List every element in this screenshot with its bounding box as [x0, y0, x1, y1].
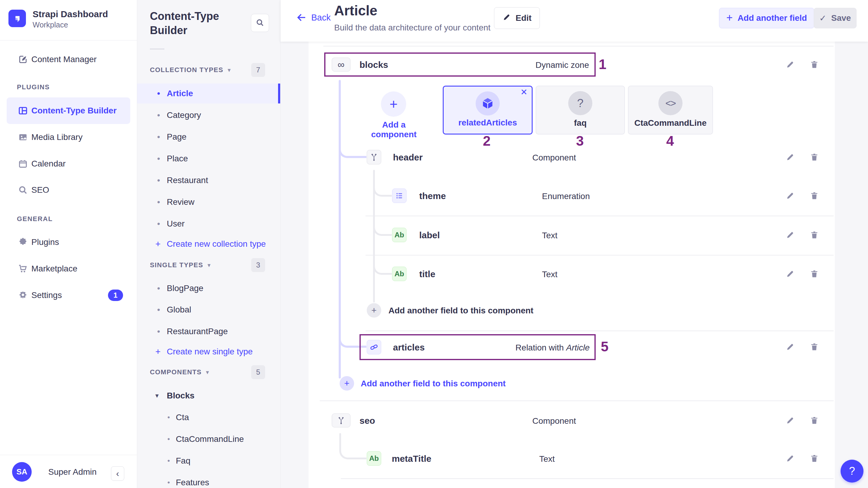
annotation-1: 1: [599, 56, 607, 72]
question-glyph: ?: [577, 97, 583, 110]
component-field-icon: [367, 150, 381, 164]
settings-notification-badge: 1: [108, 289, 123, 301]
calendar-icon: [17, 158, 29, 170]
edit-field-button[interactable]: [783, 452, 797, 465]
component-group-blocks[interactable]: ▾Blocks: [137, 386, 280, 406]
search-button[interactable]: [251, 14, 269, 32]
app-workspace: Workplace: [33, 21, 68, 29]
edit-field-button[interactable]: [783, 151, 797, 164]
edit-button[interactable]: Edit: [494, 7, 540, 29]
delete-field-button[interactable]: [808, 58, 821, 71]
code-icon: <>: [658, 91, 683, 115]
add-component[interactable]: + Add a component: [368, 90, 420, 129]
edit-field-button[interactable]: [783, 189, 797, 202]
close-icon[interactable]: ✕: [521, 87, 527, 97]
collection-type-page[interactable]: •Page: [137, 127, 280, 147]
create-single-type-link[interactable]: +Create new single type: [137, 342, 280, 362]
component-cta[interactable]: •Cta: [137, 407, 280, 427]
edit-field-button[interactable]: [783, 340, 797, 354]
collection-type-label: Place: [167, 154, 188, 163]
collection-type-user[interactable]: •User: [137, 214, 280, 234]
field-type-label: Text: [542, 231, 557, 240]
plus-icon: +: [155, 239, 161, 249]
tree-curve-label: [373, 221, 392, 236]
delete-field-button[interactable]: [808, 189, 821, 202]
tree-curve-theme: [373, 182, 392, 196]
single-type-blogpage[interactable]: •BlogPage: [137, 278, 280, 298]
delete-field-button[interactable]: [808, 340, 821, 354]
edit-field-button[interactable]: [783, 414, 797, 427]
create-collection-type-link[interactable]: +Create new collection type: [137, 234, 280, 254]
tree-line-seo: [339, 433, 341, 445]
section-components[interactable]: COMPONENTS ▾: [150, 365, 209, 379]
tree-curve-metatitle: [339, 444, 367, 459]
delete-field-button[interactable]: [808, 228, 821, 242]
component-card-ctacommandline[interactable]: <> CtaCommandLine: [628, 86, 713, 134]
text-field-icon: Ab: [367, 451, 381, 466]
field-type-title: Text: [542, 270, 557, 279]
delete-field-button[interactable]: [808, 414, 821, 427]
sidebar-item-plugins[interactable]: Plugins: [0, 229, 137, 255]
sidebar-item-label: Content Manager: [31, 55, 96, 64]
plus-glyph: +: [344, 378, 349, 389]
add-field-to-component-link[interactable]: + Add another field to this component: [367, 303, 608, 317]
save-button[interactable]: ✓ Save: [814, 8, 857, 28]
plus-circle-icon: +: [381, 91, 406, 117]
sidebar-item-marketplace[interactable]: Marketplace: [0, 255, 137, 282]
sidebar-item-label: SEO: [31, 185, 49, 195]
row-divider: [323, 46, 834, 47]
plus-circle-icon: +: [340, 376, 354, 391]
collection-type-restaurant[interactable]: •Restaurant: [137, 171, 280, 190]
component-faq[interactable]: •Faq: [137, 451, 280, 471]
component-card-faq[interactable]: ? faq: [536, 86, 625, 134]
component-label: Cta: [176, 413, 189, 422]
collection-type-review[interactable]: •Review: [137, 192, 280, 212]
single-type-global[interactable]: •Global: [137, 300, 280, 320]
component-features[interactable]: •Features: [137, 472, 280, 488]
component-card-label: faq: [536, 118, 624, 128]
delete-field-button[interactable]: [808, 151, 821, 164]
chevron-down-icon: ▾: [206, 369, 209, 376]
sidebar-item-content-manager[interactable]: Content Manager: [0, 46, 137, 73]
avatar[interactable]: SA: [12, 462, 32, 482]
add-field-to-component-link-purple[interactable]: + Add another field to this component: [340, 376, 581, 391]
page-title: Article: [334, 2, 377, 19]
component-ctacommandline[interactable]: •CtaCommandLine: [137, 429, 280, 449]
sidebar-item-seo[interactable]: SEO: [0, 177, 137, 203]
add-field-link-label: Add another field to this component: [389, 306, 533, 315]
edit-label: Edit: [516, 13, 532, 23]
edit-field-button[interactable]: [783, 58, 797, 71]
bullet-icon: •: [167, 457, 170, 465]
collection-type-category[interactable]: •Category: [137, 105, 280, 125]
single-type-restaurantpage[interactable]: •RestaurantPage: [137, 322, 280, 341]
back-link[interactable]: Back: [296, 12, 331, 23]
plus-glyph: +: [371, 305, 377, 315]
collection-type-article[interactable]: • Article: [137, 84, 280, 103]
collection-type-place[interactable]: •Place: [137, 149, 280, 169]
sidebar-item-media-library[interactable]: Media Library: [0, 124, 137, 151]
add-another-field-button[interactable]: + Add another field: [719, 8, 814, 28]
component-card-label: CtaCommandLine: [628, 118, 712, 128]
create-link-label: Create new collection type: [167, 239, 266, 249]
ab-glyph: Ab: [395, 270, 404, 278]
strapi-logo-icon[interactable]: [8, 10, 26, 27]
sidebar-item-content-type-builder[interactable]: Content-Type Builder: [7, 97, 130, 124]
chevron-down-icon: ▾: [228, 66, 231, 73]
delete-field-button[interactable]: [808, 267, 821, 280]
bullet-icon: •: [157, 176, 160, 185]
collapse-sidebar-button[interactable]: ‹: [111, 466, 124, 481]
sidebar-item-calendar[interactable]: Calendar: [0, 151, 137, 177]
row-divider: [341, 478, 834, 479]
help-button[interactable]: ?: [841, 460, 864, 483]
infinity-glyph: ∞: [338, 59, 345, 70]
component-card-relatedarticles[interactable]: ✕ relatedArticles: [443, 86, 533, 134]
edit-field-button[interactable]: [783, 267, 797, 280]
row-divider: [366, 216, 834, 216]
page-header: Back Article Build the data architecture…: [280, 0, 868, 42]
section-collection-types[interactable]: COLLECTION TYPES ▾: [150, 63, 231, 77]
delete-field-button[interactable]: [808, 452, 821, 465]
section-single-types[interactable]: SINGLE TYPES ▾: [150, 258, 211, 272]
collection-types-count: 7: [251, 63, 265, 77]
chevron-down-icon: ▾: [208, 262, 211, 269]
edit-field-button[interactable]: [783, 228, 797, 242]
